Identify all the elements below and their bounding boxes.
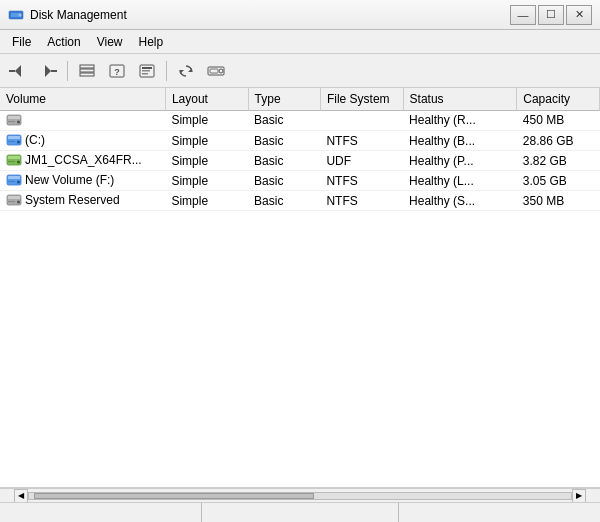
- properties-button[interactable]: [133, 58, 161, 84]
- status-pane-1: [4, 503, 202, 522]
- svg-rect-13: [142, 67, 152, 69]
- table-row[interactable]: New Volume (F:)SimpleBasicNTFSHealthy (L…: [0, 171, 600, 191]
- window-title: Disk Management: [30, 8, 510, 22]
- svg-marker-5: [45, 65, 51, 77]
- cell-volume: JM1_CCSA_X64FR...: [0, 151, 165, 171]
- table-row[interactable]: JM1_CCSA_X64FR...SimpleBasicUDFHealthy (…: [0, 151, 600, 171]
- svg-rect-22: [8, 116, 20, 119]
- back-button[interactable]: [4, 58, 32, 84]
- svg-rect-34: [8, 176, 20, 179]
- svg-rect-30: [8, 156, 20, 159]
- table-row[interactable]: (C:)SimpleBasicNTFSHealthy (B...28.86 GB: [0, 131, 600, 151]
- cell-capacity: 3.05 GB: [517, 171, 600, 191]
- list-view-button[interactable]: [73, 58, 101, 84]
- cell-filesystem: NTFS: [320, 191, 403, 211]
- col-header-volume[interactable]: Volume: [0, 88, 165, 110]
- svg-rect-14: [142, 70, 150, 72]
- toolbar: ?: [0, 54, 600, 88]
- cell-layout: Simple: [165, 191, 248, 211]
- cell-volume: [0, 111, 165, 131]
- svg-point-23: [17, 121, 20, 124]
- cell-type: Basic: [248, 110, 320, 131]
- title-bar: Disk Management — ☐ ✕: [0, 0, 600, 30]
- cell-type: Basic: [248, 171, 320, 191]
- toolbar-separator-1: [67, 61, 68, 81]
- cell-filesystem: NTFS: [320, 171, 403, 191]
- disk-settings-button[interactable]: [202, 58, 230, 84]
- cell-filesystem: NTFS: [320, 131, 403, 151]
- app-icon: [8, 7, 24, 23]
- status-pane-3: [399, 503, 596, 522]
- svg-rect-32: [8, 161, 15, 162]
- volume-table: Volume Layout Type File System Status Ca…: [0, 88, 600, 211]
- cell-capacity: 3.82 GB: [517, 151, 600, 171]
- svg-marker-3: [15, 65, 21, 77]
- cell-status: Healthy (S...: [403, 191, 517, 211]
- col-header-type[interactable]: Type: [248, 88, 320, 110]
- svg-rect-6: [51, 70, 57, 72]
- col-header-capacity[interactable]: Capacity: [517, 88, 600, 110]
- maximize-button[interactable]: ☐: [538, 5, 564, 25]
- help-button[interactable]: ?: [103, 58, 131, 84]
- col-header-status[interactable]: Status: [403, 88, 517, 110]
- menu-file[interactable]: File: [4, 31, 39, 53]
- cell-volume: System Reserved: [0, 191, 165, 211]
- svg-rect-9: [80, 73, 94, 76]
- col-header-layout[interactable]: Layout: [165, 88, 248, 110]
- scroll-left-button[interactable]: ◀: [14, 489, 28, 503]
- svg-rect-20: [210, 69, 218, 73]
- cell-volume: (C:): [0, 131, 165, 151]
- status-pane-2: [202, 503, 400, 522]
- cell-layout: Simple: [165, 171, 248, 191]
- svg-rect-38: [8, 196, 20, 199]
- horizontal-scrollbar[interactable]: ◀ ▶: [0, 488, 600, 502]
- svg-rect-28: [8, 141, 15, 142]
- toolbar-separator-2: [166, 61, 167, 81]
- cell-status: Healthy (L...: [403, 171, 517, 191]
- table-row[interactable]: SimpleBasicHealthy (R...450 MB: [0, 110, 600, 131]
- forward-button[interactable]: [34, 58, 62, 84]
- svg-point-31: [17, 161, 20, 164]
- menu-help[interactable]: Help: [131, 31, 172, 53]
- svg-point-27: [17, 141, 20, 144]
- cell-status: Healthy (P...: [403, 151, 517, 171]
- table-header-row: Volume Layout Type File System Status Ca…: [0, 88, 600, 110]
- window-controls: — ☐ ✕: [510, 5, 592, 25]
- main-content: Volume Layout Type File System Status Ca…: [0, 88, 600, 502]
- cell-capacity: 28.86 GB: [517, 131, 600, 151]
- scroll-track[interactable]: [28, 492, 572, 500]
- table-row[interactable]: System ReservedSimpleBasicNTFSHealthy (S…: [0, 191, 600, 211]
- scroll-right-button[interactable]: ▶: [572, 489, 586, 503]
- svg-rect-4: [9, 70, 15, 72]
- menu-action[interactable]: Action: [39, 31, 88, 53]
- svg-text:?: ?: [114, 67, 120, 77]
- close-button[interactable]: ✕: [566, 5, 592, 25]
- cell-filesystem: UDF: [320, 151, 403, 171]
- minimize-button[interactable]: —: [510, 5, 536, 25]
- menu-view[interactable]: View: [89, 31, 131, 53]
- cell-status: Healthy (R...: [403, 110, 517, 131]
- cell-capacity: 350 MB: [517, 191, 600, 211]
- cell-layout: Simple: [165, 110, 248, 131]
- volume-table-area[interactable]: Volume Layout Type File System Status Ca…: [0, 88, 600, 488]
- cell-capacity: 450 MB: [517, 110, 600, 131]
- cell-filesystem: [320, 110, 403, 131]
- scroll-thumb[interactable]: [34, 493, 314, 499]
- svg-point-35: [17, 181, 20, 184]
- svg-rect-26: [8, 136, 20, 139]
- cell-type: Basic: [248, 151, 320, 171]
- status-bar: [0, 502, 600, 522]
- svg-rect-7: [80, 65, 94, 68]
- cell-layout: Simple: [165, 151, 248, 171]
- refresh-button[interactable]: [172, 58, 200, 84]
- svg-rect-40: [8, 201, 15, 202]
- svg-rect-36: [8, 181, 15, 182]
- col-header-filesystem[interactable]: File System: [320, 88, 403, 110]
- svg-point-39: [17, 201, 20, 204]
- svg-rect-15: [142, 73, 148, 75]
- cell-status: Healthy (B...: [403, 131, 517, 151]
- svg-rect-24: [8, 121, 15, 122]
- svg-point-19: [219, 69, 223, 73]
- cell-type: Basic: [248, 191, 320, 211]
- cell-type: Basic: [248, 131, 320, 151]
